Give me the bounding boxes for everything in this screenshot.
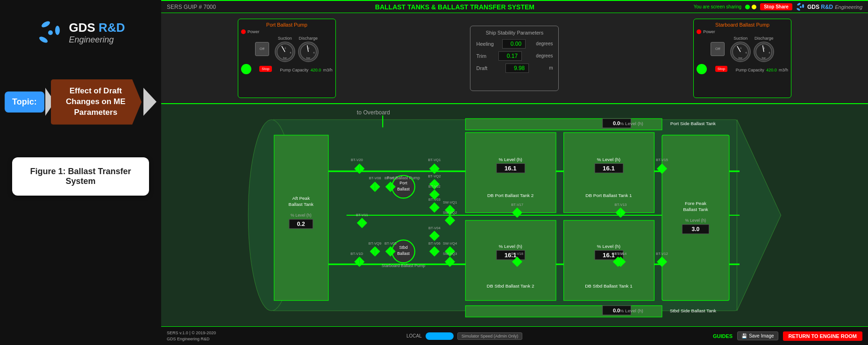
port-capacity: Pump Capacity 420.0 m3/h [280,65,332,73]
guip-label: SERS GUIP # 7000 [167,4,216,10]
svg-text:BT-V05: BT-V05 [384,241,397,246]
stbd-stop-button[interactable]: Stop [715,66,727,72]
svg-point-5 [797,2,801,6]
local-label: LOCAL [406,333,422,338]
stbd-discharge-label: Discharge [754,36,774,41]
stbd-gauges-row: Off Suction -1 4 bar [697,36,788,62]
draft-row: Draft 9.98 m [476,63,553,73]
svg-point-4 [800,6,802,8]
topic-content: Effect of Draft Changes on ME Parameters [51,79,142,125]
status-dot-green [745,5,750,9]
stbd-capacity-unit: m3/h [779,68,788,72]
svg-text:Ballast Tank: Ballast Tank [289,202,314,207]
svg-point-6 [802,4,804,8]
svg-text:BT-V11: BT-V11 [356,213,368,217]
logo-area: GDS R&D Engineering [36,19,125,47]
svg-text:0.0: 0.0 [613,308,620,313]
port-pump-bottom: Stop Pump Capacity 420.0 m3/h [241,64,333,74]
svg-text:% Level (h): % Level (h) [685,218,706,223]
ballast-system-diagram: to Overboard Aft Peak Ballast Tank % Lev… [161,104,868,326]
stbd-discharge-gauge: Discharge -1 4 bar [754,36,774,62]
top-bar: SERS GUIP # 7000 BALLAST TANKS & BALLAST… [161,0,868,13]
svg-point-3 [38,35,48,44]
figure-caption: Figure 1: Ballast Transfer System [12,157,149,196]
svg-text:16.1: 16.1 [603,165,615,172]
svg-text:BT-V15: BT-V15 [656,158,668,162]
svg-text:SW-VQ4: SW-VQ4 [443,241,457,246]
svg-text:16.1: 16.1 [505,165,517,172]
stbd-discharge-gauge-circle: -1 4 bar [754,42,774,62]
svg-text:0.0: 0.0 [613,120,620,126]
stbd-capacity-label: Pump Capacity [736,68,764,72]
propeller-icon [36,19,64,47]
svg-text:bar: bar [283,56,287,59]
svg-text:-1: -1 [739,47,742,49]
port-discharge-gauge: Discharge -1 4 bar [298,36,319,62]
svg-rect-36 [274,135,328,300]
svg-text:BT-V17: BT-V17 [511,203,523,207]
svg-text:BT-V12: BT-V12 [656,252,668,256]
svg-point-0 [48,30,53,35]
port-discharge-label: Discharge [298,36,319,41]
svg-text:-1: -1 [284,47,286,49]
port-stop-button[interactable]: Stop [259,66,271,72]
overboard-label: to Overboard [357,109,390,116]
company-text: GDS Engineering R&D [167,336,216,342]
port-switch-box[interactable]: Off [255,42,269,56]
diagram-area: to Overboard Aft Peak Ballast Tank % Lev… [161,104,868,326]
stbd-suction-label: Suction [730,36,751,41]
trim-value: 0.17 [498,51,522,61]
port-pump-box: Port Ballast Pump Power Off Suction -1 [238,19,336,98]
page-title: BALLAST TANKS & BALLAST TRANSFER SYSTEM [216,3,693,11]
top-bar-right: You are screen sharing Stop Share GDS R&… [694,2,862,12]
bottom-bar: SERS v.1.0 | © 2019-2020 GDS Engineering… [161,326,868,345]
port-suction-gauge: Suction -1 4 bar [275,36,295,62]
logo-company: GDS R&D [69,21,125,35]
svg-text:Stbd: Stbd [399,245,407,250]
save-label: Save Image [749,333,774,338]
svg-text:BT-VQ2: BT-VQ2 [428,174,441,178]
logo-rd: R&D [99,21,125,35]
svg-text:DB Stbd Ballast Tank 2: DB Stbd Ballast Tank 2 [487,283,534,289]
svg-text:% Level (h): % Level (h) [498,157,522,162]
port-power-label: Power [248,29,260,34]
svg-text:BT-V04: BT-V04 [428,226,441,230]
svg-text:BT-VQ9: BT-VQ9 [369,241,382,246]
gds-logo-right: GDS R&D Engineering [796,2,862,12]
stbd-switch-box[interactable]: Off [711,42,725,56]
local-toggle[interactable] [426,332,454,340]
svg-point-1 [40,20,50,29]
return-button[interactable]: RETURN TO ENGINE ROOM [783,331,862,341]
bottom-right: GUIDES 💾 Save Image RETURN TO ENGINE ROO… [713,331,862,341]
trim-label: Trim [476,53,486,59]
svg-text:% Level (h): % Level (h) [597,157,620,162]
starboard-pump-box: Starboard Ballast Pump Power Off Suction [693,19,791,98]
heeling-label: Heeling [476,41,493,47]
save-button[interactable]: 💾 Save Image [737,331,778,340]
screen-share-label: You are screen sharing [694,4,741,9]
port-green-button[interactable] [241,64,251,74]
bottom-center: LOCAL Simulator Speed (Admin Only) [406,332,522,340]
right-panel: SERS GUIP # 7000 BALLAST TANKS & BALLAST… [161,0,868,345]
guides-button[interactable]: GUIDES [713,333,733,339]
svg-text:BT-V02: BT-V02 [428,184,441,189]
stbd-green-button[interactable] [697,64,707,74]
svg-text:Ballast: Ballast [397,187,410,191]
svg-point-7 [796,7,800,11]
port-pump-title: Port Ballast Pump [241,22,333,28]
svg-text:BT-V1D: BT-V1D [350,252,363,256]
svg-text:BT-VQ1: BT-VQ1 [428,158,441,162]
port-switch-area: Off [255,40,269,58]
stbd-pump-power-row: Power [697,29,788,34]
svg-text:Aft Peak: Aft Peak [292,196,310,201]
svg-text:% Level (h): % Level (h) [620,308,643,313]
svg-text:DB Stbd Ballast Tank 1: DB Stbd Ballast Tank 1 [585,283,633,289]
svg-text:bar: bar [762,56,766,59]
heeling-value: 0.00 [502,39,526,49]
svg-text:Starboard Ballast Pump: Starboard Ballast Pump [382,263,425,268]
svg-text:% Level (h): % Level (h) [620,121,643,126]
stability-title: Ship Stability Parameters [476,30,553,35]
sim-speed[interactable]: Simulator Speed (Admin Only) [457,332,523,340]
stop-share-button[interactable]: Stop Share [760,3,792,10]
svg-text:Port Side Ballast Tank: Port Side Ballast Tank [670,121,716,126]
